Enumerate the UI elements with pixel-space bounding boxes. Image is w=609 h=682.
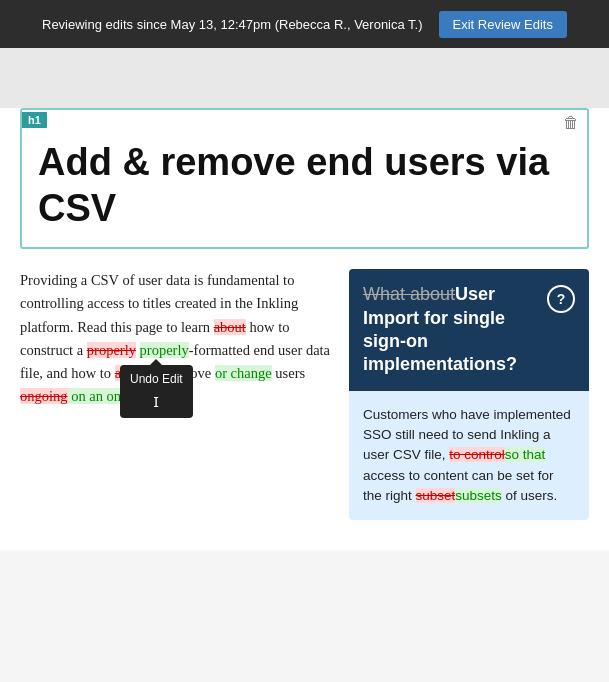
delete-icon[interactable]: 🗑: [563, 114, 579, 132]
callout-top: What aboutUser Import for single sign-on…: [349, 269, 589, 391]
review-bar: Reviewing edits since May 13, 12:47pm (R…: [0, 0, 609, 48]
inserted-properly: properly: [140, 342, 189, 358]
callout-bottom-text: Customers who have implemented SSO still…: [363, 405, 575, 506]
h1-block: h1 🗑 Add & remove end users via CSV: [20, 108, 589, 249]
review-bar-text: Reviewing edits since May 13, 12:47pm (R…: [42, 17, 423, 32]
callout-question-icon: ?: [547, 285, 575, 313]
page-title: Add & remove end users via CSV: [22, 128, 587, 247]
inserted-or-change: or change: [215, 365, 272, 381]
right-column: What aboutUser Import for single sign-on…: [349, 269, 589, 520]
h1-label: h1: [22, 112, 47, 128]
content-area: h1 🗑 Add & remove end users via CSV Prov…: [0, 108, 609, 550]
deleted-about: about: [214, 319, 246, 335]
deleted-ongoing: ongoing: [20, 388, 68, 404]
callout-deleted-text: What about: [363, 284, 455, 304]
cb-inserted: so that: [505, 447, 546, 462]
spacer: [0, 48, 609, 108]
cb-inserted-subsets: subsets: [455, 488, 502, 503]
callout-bottom: Customers who have implemented SSO still…: [349, 391, 589, 520]
exit-review-button[interactable]: Exit Review Edits: [439, 11, 567, 38]
deleted-properly: properly: [87, 342, 136, 358]
callout-top-text: What aboutUser Import for single sign-on…: [363, 283, 539, 377]
cb-deleted: to control: [449, 447, 505, 462]
cursor-icon: 𝖨: [130, 391, 183, 413]
cb-deleted-subsets: subset: [416, 488, 456, 503]
body-section: Providing a CSV of user data is fundamen…: [20, 269, 589, 520]
undo-tooltip-label: Undo Edit: [130, 372, 183, 386]
left-column: Providing a CSV of user data is fundamen…: [20, 269, 333, 408]
undo-tooltip[interactable]: Undo Edit 𝖨: [120, 365, 193, 419]
